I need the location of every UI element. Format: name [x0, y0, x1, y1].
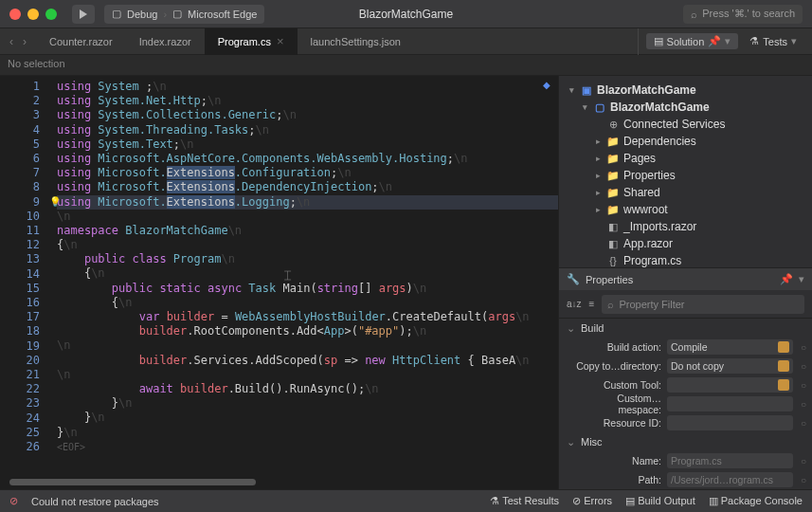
tests-tab[interactable]: ⚗ Tests ▾ — [742, 33, 804, 49]
errors-button[interactable]: ⊘ Errors — [572, 495, 612, 507]
tree-item[interactable]: ▸📁wwwroot — [559, 201, 812, 218]
minimize-window-button[interactable] — [27, 9, 39, 20]
global-search[interactable]: ⌕ Press '⌘.' to search — [683, 5, 803, 24]
property-filter-input[interactable]: ⌕ Property Filter — [602, 295, 804, 314]
tree-item[interactable]: {}Program.cs — [559, 252, 812, 267]
properties-body: ⌄ BuildBuild action:Compile○Copy to…dire… — [559, 319, 812, 489]
tree-node-icon: ▣ — [580, 84, 593, 97]
window-controls — [9, 9, 57, 20]
tree-node-label: Properties — [623, 169, 676, 182]
chevron-right-icon: › — [163, 9, 167, 20]
solution-tab[interactable]: ▤ Solution 📌 ▾ — [646, 33, 739, 49]
tree-node-icon: ◧ — [606, 238, 620, 250]
property-reset-button[interactable]: ○ — [799, 361, 808, 372]
tab-label: Index.razor — [139, 36, 191, 47]
property-reset-button[interactable]: ○ — [799, 456, 808, 466]
test-results-button[interactable]: ⚗ Test Results — [490, 495, 559, 507]
tree-item[interactable]: ⊕Connected Services — [559, 116, 812, 133]
chevron-down-icon: ⌄ — [567, 322, 575, 335]
tab-bar: ‹ › Counter.razorIndex.razorProgram.cs×l… — [0, 28, 812, 55]
properties-title: Properties — [586, 274, 633, 285]
window-title: BlazorMatchGame — [359, 8, 453, 21]
tree-item[interactable]: ▸📁Pages — [559, 150, 812, 167]
maximize-window-button[interactable] — [45, 9, 57, 20]
property-value-input[interactable]: Compile — [667, 339, 793, 355]
sort-category-button[interactable]: ≡ — [589, 299, 595, 309]
property-row: Copy to…directory:Do not copy○ — [559, 357, 812, 375]
close-tab-icon[interactable]: × — [277, 34, 284, 48]
property-reset-button[interactable]: ○ — [799, 475, 808, 485]
property-reset-button[interactable]: ○ — [799, 342, 808, 353]
tree-item[interactable]: ▸📁Shared — [559, 184, 812, 201]
run-button[interactable] — [72, 5, 95, 24]
error-icon[interactable]: ⊘ — [9, 495, 18, 507]
tree-node-label: Program.cs — [623, 254, 681, 267]
chevron-icon[interactable]: ▸ — [593, 205, 603, 214]
property-value-input[interactable]: Program.cs — [667, 453, 793, 468]
property-reset-button[interactable]: ○ — [799, 399, 808, 410]
close-window-button[interactable] — [9, 9, 21, 20]
sort-alpha-button[interactable]: a↓z — [567, 299, 582, 309]
property-row: Custom…mespace:○ — [559, 394, 812, 413]
editor-tab[interactable]: Program.cs× — [205, 28, 298, 55]
tree-node-icon: {} — [606, 255, 620, 266]
tree-item[interactable]: ▸📁Dependencies — [559, 133, 812, 150]
code-body[interactable]: using System ;\nusing System.Net.Http;\n… — [57, 76, 558, 489]
horizontal-scrollbar[interactable] — [9, 479, 256, 485]
chevron-icon[interactable]: ▸ — [593, 171, 603, 180]
property-value-input[interactable] — [667, 396, 793, 411]
tree-node-label: BlazorMatchGame — [610, 101, 710, 114]
play-icon — [79, 9, 88, 19]
chevron-icon[interactable]: ▾ — [580, 102, 589, 112]
property-row: Resource ID:○ — [559, 413, 812, 432]
tree-node-label: wwwroot — [623, 203, 668, 216]
chevron-icon[interactable]: ▸ — [593, 188, 603, 197]
editor-tab[interactable]: launchSettings.json — [298, 28, 414, 55]
nav-forward-button[interactable]: › — [23, 35, 27, 48]
breadcrumb[interactable]: No selection — [0, 55, 812, 76]
lightbulb-icon[interactable]: 💡 — [49, 196, 61, 207]
run-config-selector[interactable]: ▢ Debug › ▢ Microsoft Edge — [104, 5, 264, 24]
property-value-input[interactable] — [667, 377, 793, 393]
solution-tab-label: Solution — [667, 36, 705, 47]
property-value-input[interactable] — [667, 415, 793, 430]
chevron-down-icon[interactable]: ▾ — [791, 35, 797, 47]
property-label: Custom…mespace: — [576, 393, 661, 415]
chevron-icon[interactable]: ▾ — [567, 85, 576, 95]
property-group-header[interactable]: ⌄ Misc — [559, 432, 812, 451]
chevron-down-icon[interactable]: ▾ — [725, 35, 731, 47]
tree-node-label: Dependencies — [623, 135, 696, 148]
tab-label: Program.cs — [218, 36, 271, 47]
code-editor[interactable]: 1234567891011121314151617181920212223242… — [0, 76, 558, 489]
tree-item[interactable]: ▾▣BlazorMatchGame — [559, 82, 812, 99]
nav-back-button[interactable]: ‹ — [9, 35, 13, 48]
tree-item[interactable]: ◧App.razor — [559, 235, 812, 252]
chevron-icon[interactable]: ▸ — [593, 137, 603, 146]
build-output-button[interactable]: ▤ Build Output — [625, 495, 695, 507]
tree-item[interactable]: ◧_Imports.razor — [559, 218, 812, 235]
property-group-header[interactable]: ⌄ Build — [559, 319, 812, 338]
property-value-input[interactable]: /Users/jord…rogram.cs — [667, 472, 793, 487]
tree-node-label: App.razor — [623, 237, 673, 250]
editor-tab[interactable]: Index.razor — [126, 28, 205, 55]
text-cursor-icon: ⌶ — [284, 268, 291, 282]
tree-item[interactable]: ▾▢BlazorMatchGame — [559, 99, 812, 116]
property-label: Custom Tool: — [576, 379, 661, 391]
tree-node-label: BlazorMatchGame — [597, 83, 696, 97]
bookmark-diamond-icon[interactable]: ◆ — [543, 80, 550, 90]
status-bar: ⊘ Could not restore packages ⚗ Test Resu… — [0, 489, 812, 512]
property-reset-button[interactable]: ○ — [799, 418, 808, 429]
main-area: 1234567891011121314151617181920212223242… — [0, 76, 812, 489]
pin-icon[interactable]: 📌 — [780, 273, 793, 285]
package-console-button[interactable]: ▥ Package Console — [709, 495, 803, 507]
status-error-message[interactable]: Could not restore packages — [31, 496, 159, 507]
tree-node-label: Pages — [623, 152, 656, 165]
tree-item[interactable]: ▸📁Properties — [559, 167, 812, 184]
chevron-down-icon[interactable]: ▾ — [799, 273, 804, 285]
chevron-icon[interactable]: ▸ — [593, 154, 603, 163]
property-reset-button[interactable]: ○ — [799, 380, 808, 391]
solution-tree[interactable]: ▾▣BlazorMatchGame▾▢BlazorMatchGame⊕Conne… — [559, 76, 812, 267]
property-value-input[interactable]: Do not copy — [667, 358, 793, 374]
editor-tab[interactable]: Counter.razor — [36, 28, 126, 55]
pin-icon[interactable]: 📌 — [708, 35, 721, 47]
